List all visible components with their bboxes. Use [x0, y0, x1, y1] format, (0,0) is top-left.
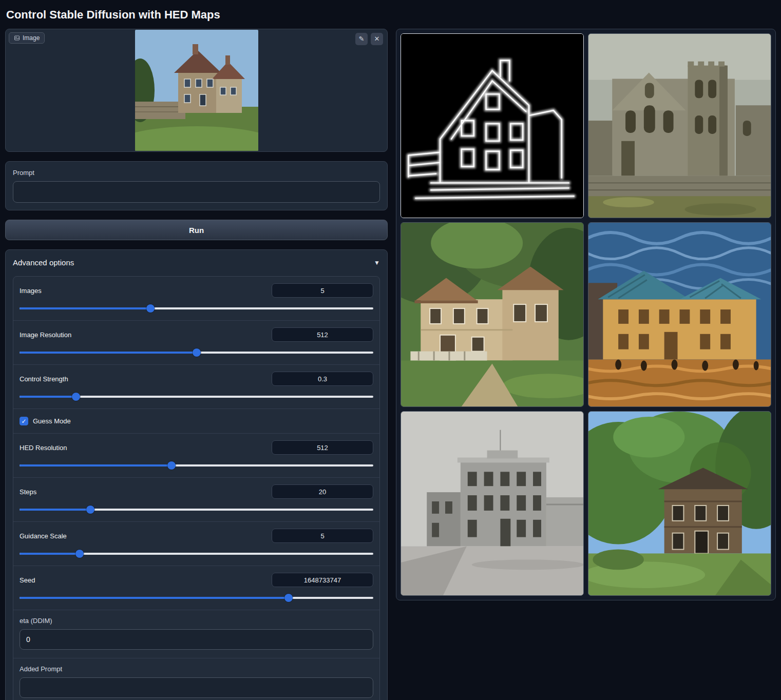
- image-icon: [14, 35, 20, 41]
- seed-value-input[interactable]: [272, 573, 373, 587]
- right-column: [396, 29, 776, 600]
- image-resolution-slider-label: Image Resolution: [20, 331, 71, 339]
- hed-resolution-value-input[interactable]: [272, 440, 373, 455]
- gallery-item-hed-edge-map[interactable]: [401, 33, 584, 218]
- prompt-input[interactable]: [13, 181, 380, 203]
- hed-edge-map-image: [401, 34, 583, 218]
- gallery-item-van-gogh-style[interactable]: [588, 222, 771, 407]
- image-resolution-slider-track[interactable]: [20, 348, 373, 357]
- eta-row: eta (DDIM): [13, 610, 379, 658]
- advanced-options-title: Advanced options: [13, 258, 74, 267]
- advanced-options-panel: Advanced options ▼ Images: [5, 249, 388, 700]
- image-resolution-slider-thumb[interactable]: [193, 348, 201, 357]
- image-panel-tools: ✎ ✕: [355, 33, 383, 45]
- prompt-panel: Prompt: [5, 161, 388, 210]
- bw-building-image: [401, 412, 583, 595]
- gallery-item-wooden-house[interactable]: [401, 222, 584, 407]
- guidance-scale-slider-label: Guidance Scale: [20, 532, 67, 540]
- run-button[interactable]: Run: [5, 220, 388, 240]
- gallery-item-bw-building[interactable]: [401, 411, 584, 596]
- gallery-item-house-in-trees[interactable]: [588, 411, 771, 596]
- edit-image-button[interactable]: ✎: [355, 33, 368, 45]
- added-prompt-row: Added Prompt: [13, 658, 379, 700]
- steps-slider-track[interactable]: [20, 505, 373, 514]
- seed-slider-thumb[interactable]: [284, 594, 293, 602]
- steps-slider-thumb[interactable]: [86, 505, 94, 514]
- images-slider-label: Images: [20, 287, 42, 295]
- guess-mode-row[interactable]: ✓ Guess Mode: [13, 409, 379, 433]
- house-photo-image: [135, 30, 258, 151]
- advanced-options-header[interactable]: Advanced options ▼: [6, 250, 387, 275]
- steps-slider-row: Steps: [13, 477, 379, 521]
- main-layout: Image ✎ ✕: [5, 29, 776, 700]
- control-strength-value-input[interactable]: [272, 372, 373, 386]
- input-image-panel[interactable]: Image ✎ ✕: [5, 29, 388, 152]
- stone-cathedral-image: [588, 34, 771, 218]
- van-gogh-style-image: [588, 223, 771, 406]
- uploaded-house-photo[interactable]: [135, 30, 258, 151]
- guess-mode-checkbox[interactable]: ✓: [20, 417, 28, 425]
- seed-slider-row: Seed: [13, 566, 379, 610]
- gallery-item-stone-cathedral[interactable]: [588, 33, 771, 218]
- added-prompt-label: Added Prompt: [20, 665, 373, 673]
- hed-resolution-slider-track[interactable]: [20, 461, 373, 470]
- output-gallery: [396, 29, 776, 600]
- guidance-scale-value-input[interactable]: [272, 529, 373, 543]
- guidance-scale-slider-thumb[interactable]: [75, 550, 84, 558]
- hed-resolution-slider-label: HED Resolution: [20, 444, 67, 452]
- steps-slider-label: Steps: [20, 488, 36, 496]
- seed-slider-track[interactable]: [20, 594, 373, 602]
- image-label-badge: Image: [9, 32, 45, 44]
- house-in-trees-image: [588, 412, 771, 595]
- image-resolution-value-input[interactable]: [272, 327, 373, 342]
- images-slider-track[interactable]: [20, 304, 373, 313]
- eta-input[interactable]: [20, 629, 373, 650]
- control-strength-slider-thumb[interactable]: [72, 393, 80, 401]
- chevron-down-icon: ▼: [374, 259, 380, 266]
- prompt-label: Prompt: [13, 169, 380, 177]
- image-label: Image: [23, 34, 40, 42]
- guidance-scale-slider-row: Guidance Scale: [13, 521, 379, 566]
- added-prompt-input[interactable]: [20, 677, 373, 698]
- image-resolution-slider-row: Image Resolution: [13, 320, 379, 364]
- page-title: Control Stable Diffusion with HED Maps: [5, 5, 776, 29]
- clear-image-button[interactable]: ✕: [371, 33, 383, 45]
- images-value-input[interactable]: [272, 283, 373, 298]
- guess-mode-label: Guess Mode: [33, 417, 71, 425]
- steps-value-input[interactable]: [272, 484, 373, 499]
- wooden-house-image: [401, 223, 583, 406]
- guidance-scale-slider-track[interactable]: [20, 550, 373, 558]
- eta-label: eta (DDIM): [20, 617, 373, 625]
- control-strength-slider-row: Control Strength: [13, 364, 379, 409]
- images-slider-row: Images: [13, 277, 379, 320]
- advanced-controls-group: Images Image Resolution: [13, 276, 380, 700]
- control-strength-slider-label: Control Strength: [20, 375, 68, 383]
- images-slider-thumb[interactable]: [146, 304, 155, 313]
- control-strength-slider-track[interactable]: [20, 393, 373, 401]
- hed-resolution-slider-thumb[interactable]: [167, 461, 176, 470]
- hed-resolution-slider-row: HED Resolution: [13, 433, 379, 477]
- seed-slider-label: Seed: [20, 576, 35, 584]
- left-column: Image ✎ ✕: [5, 29, 388, 700]
